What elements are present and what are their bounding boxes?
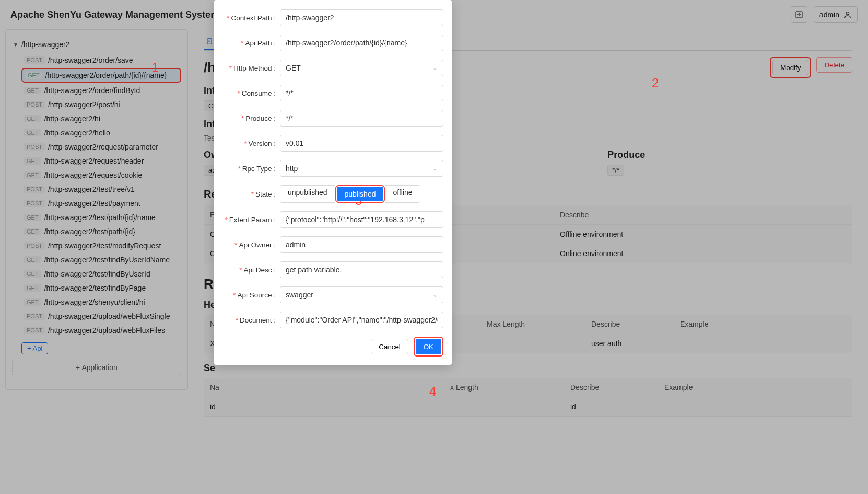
chevron-down-icon: ⌄: [432, 165, 438, 172]
annotation-1: 1: [151, 60, 158, 75]
chevron-down-icon: ⌄: [432, 291, 438, 298]
ok-button[interactable]: OK: [416, 339, 441, 354]
context-path-input[interactable]: [280, 9, 443, 26]
document-input[interactable]: [280, 312, 443, 328]
state-offline[interactable]: offline: [385, 185, 420, 203]
cancel-button[interactable]: Cancel: [371, 339, 408, 354]
annotation-4: 4: [429, 384, 436, 399]
api-source-select[interactable]: swagger⌄: [280, 286, 443, 303]
produce-input[interactable]: [280, 110, 443, 127]
http-method-select[interactable]: GET⌄: [280, 60, 443, 76]
api-path-input[interactable]: [280, 35, 443, 51]
state-radio-group: unpublished published offline: [280, 185, 420, 203]
consume-input[interactable]: [280, 85, 443, 101]
edit-api-modal: *Context Path : *Api Path : *Http Method…: [214, 0, 452, 365]
api-desc-input[interactable]: [280, 261, 443, 278]
extent-param-input[interactable]: [280, 211, 443, 228]
state-published[interactable]: published: [337, 187, 384, 201]
api-owner-input[interactable]: [280, 236, 443, 253]
rpc-type-select[interactable]: http⌄: [280, 160, 443, 177]
version-input[interactable]: [280, 135, 443, 152]
chevron-down-icon: ⌄: [432, 64, 438, 72]
annotation-2: 2: [652, 76, 659, 90]
state-unpublished[interactable]: unpublished: [280, 185, 335, 203]
